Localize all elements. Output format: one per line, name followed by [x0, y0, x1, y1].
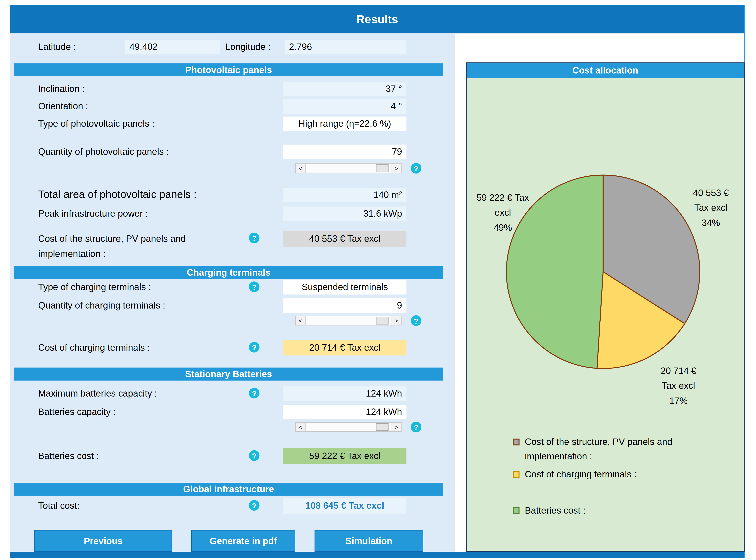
- inclination-value: 37 °: [283, 82, 406, 96]
- scroll-thumb[interactable]: [376, 317, 388, 325]
- bottom-bar: [10, 552, 744, 558]
- scroll-left-button[interactable]: <: [296, 316, 306, 325]
- results-title: Results: [356, 13, 398, 26]
- callout-line: 49%: [468, 220, 538, 235]
- batteries-cost-label: Batteries cost :: [38, 449, 99, 463]
- latitude-label: Latitude :: [38, 40, 76, 54]
- max-capacity-value: 124 kWh: [283, 386, 406, 401]
- pv-area-value: 140 m²: [283, 188, 406, 202]
- pie-callout-terminals: 20 714 € Tax excl 17%: [645, 363, 712, 408]
- help-icon[interactable]: ?: [411, 422, 421, 432]
- results-header: Results: [10, 5, 744, 34]
- legend-label: Batteries cost :: [525, 503, 586, 518]
- structure-cost-value: 40 553 € Tax excl: [283, 231, 406, 247]
- capacity-scrollbar[interactable]: < >: [295, 422, 402, 432]
- help-icon[interactable]: ?: [411, 315, 421, 326]
- callout-line: 40 553 €: [679, 185, 742, 200]
- help-icon[interactable]: ?: [249, 281, 259, 292]
- callout-line: 34%: [679, 215, 742, 231]
- help-icon[interactable]: ?: [249, 450, 259, 461]
- legend-marker-batteries: [513, 507, 520, 514]
- scroll-left-button[interactable]: <: [296, 423, 306, 432]
- legend-item-structure: Cost of the structure, PV panels and imp…: [513, 435, 713, 464]
- terminal-cost-value: 20 714 € Tax excl: [283, 340, 406, 356]
- longitude-value: 2.796: [285, 40, 406, 54]
- peak-power-label: Peak infrastructure power :: [38, 206, 148, 221]
- help-icon[interactable]: ?: [249, 233, 259, 243]
- terminal-quantity-label: Quantity of charging terminals :: [38, 298, 165, 313]
- pv-type-label: Type of photovoltaic panels :: [38, 117, 155, 131]
- peak-power-value: 31.6 kWp: [283, 206, 406, 221]
- capacity-input[interactable]: 124 kWh: [283, 405, 406, 419]
- structure-cost-label: Cost of the structure, PV panels and imp…: [38, 231, 232, 261]
- pv-type-select[interactable]: High range (η=22.6 %): [283, 117, 406, 131]
- callout-line: 17%: [645, 393, 712, 408]
- callout-line: Tax excl: [645, 378, 712, 393]
- generate-pdf-button[interactable]: Generate in pdf: [191, 530, 295, 552]
- legend-label: Cost of charging terminals :: [525, 467, 636, 482]
- pv-quantity-label: Quantity of photovoltaic panels :: [38, 145, 169, 159]
- pv-quantity-scrollbar[interactable]: < >: [295, 163, 402, 173]
- scroll-track[interactable]: [306, 316, 391, 325]
- scroll-track[interactable]: [306, 423, 391, 432]
- previous-button[interactable]: Previous: [35, 530, 172, 552]
- pv-quantity-input[interactable]: 79: [283, 145, 406, 159]
- page: Results Latitude : 49.402 Longitude : 2.…: [0, 0, 756, 560]
- app-window: Results Latitude : 49.402 Longitude : 2.…: [10, 5, 745, 558]
- pv-area-label: Total area of photovoltaic panels :: [38, 187, 196, 202]
- legend-label: Cost of the structure, PV panels and imp…: [525, 435, 713, 464]
- help-icon[interactable]: ?: [249, 342, 259, 353]
- scroll-left-button[interactable]: <: [296, 164, 306, 173]
- section-global-infrastructure: Global infrastructure: [14, 483, 443, 496]
- max-capacity-label: Maximum batteries capacity :: [38, 386, 157, 401]
- legend-marker-structure: [513, 439, 520, 445]
- total-cost-value: 108 645 € Tax excl: [283, 498, 406, 514]
- section-photovoltaic-panels: Photovoltaic panels: [14, 63, 443, 77]
- total-cost-label: Total cost:: [38, 499, 80, 513]
- section-stationary-batteries: Stationary Batteries: [14, 367, 443, 381]
- orientation-value: 4 °: [283, 99, 406, 114]
- inclination-label: Inclination :: [38, 82, 85, 96]
- callout-line: excl: [468, 205, 538, 220]
- help-icon[interactable]: ?: [411, 163, 421, 174]
- simulation-button[interactable]: Simulation: [315, 530, 423, 552]
- callout-line: Tax excl: [679, 200, 742, 215]
- terminal-type-label: Type of charging terminals :: [38, 280, 151, 295]
- help-icon[interactable]: ?: [249, 388, 259, 399]
- terminal-quantity-input[interactable]: 9: [283, 298, 406, 313]
- scroll-thumb[interactable]: [376, 164, 388, 172]
- batteries-cost-value: 59 222 € Tax excl: [283, 448, 406, 464]
- legend-marker-terminals: [513, 471, 520, 478]
- longitude-label: Longitude :: [225, 40, 271, 54]
- terminal-cost-label: Cost of charging terminals :: [38, 340, 150, 355]
- results-form-panel: Latitude : 49.402 Longitude : 2.796 Phot…: [10, 34, 455, 552]
- pie-callout-batteries: 59 222 € Tax excl 49%: [468, 190, 538, 235]
- section-charging-terminals: Charging terminals: [14, 266, 443, 279]
- callout-line: 20 714 €: [645, 363, 712, 378]
- scroll-right-button[interactable]: >: [391, 316, 401, 325]
- latitude-value: 49.402: [125, 40, 220, 54]
- orientation-label: Orientation :: [38, 99, 88, 114]
- scroll-track[interactable]: [306, 164, 391, 173]
- cost-allocation-header: Cost allocation: [467, 63, 744, 78]
- help-icon[interactable]: ?: [249, 500, 259, 511]
- capacity-label: Batteries capacity :: [38, 405, 116, 419]
- cost-allocation-body: 40 553 € Tax excl 34% 20 714 € Tax excl …: [467, 78, 744, 551]
- legend-item-batteries: Batteries cost :: [513, 503, 586, 518]
- scroll-right-button[interactable]: >: [391, 164, 401, 173]
- cost-allocation-panel: Cost allocation 40 553 € Tax excl 34% 20…: [466, 62, 745, 552]
- pie-callout-structure: 40 553 € Tax excl 34%: [679, 185, 742, 231]
- scroll-thumb[interactable]: [376, 423, 388, 431]
- scroll-right-button[interactable]: >: [391, 423, 401, 432]
- terminal-quantity-scrollbar[interactable]: < >: [295, 316, 402, 325]
- legend-item-terminals: Cost of charging terminals :: [513, 467, 637, 482]
- callout-line: 59 222 € Tax: [468, 190, 538, 205]
- terminal-type-select[interactable]: Suspended terminals: [283, 280, 406, 295]
